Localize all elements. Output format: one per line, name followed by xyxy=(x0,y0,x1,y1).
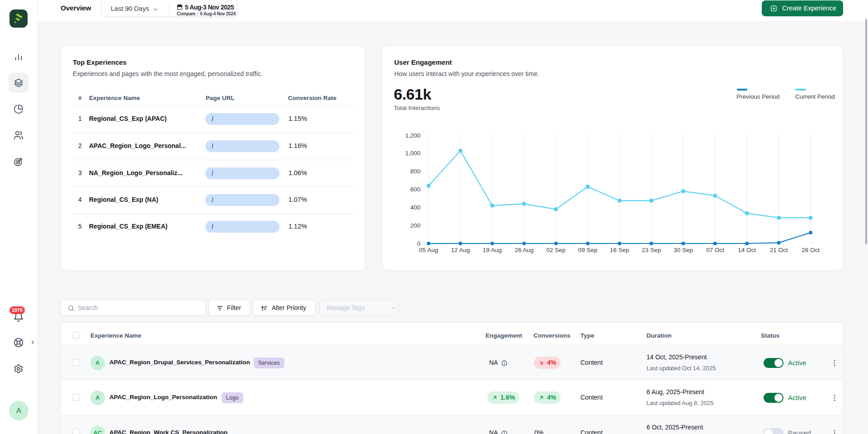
svg-text:800: 800 xyxy=(410,168,420,175)
svg-text:1,200: 1,200 xyxy=(405,132,420,139)
svg-text:30 Sep: 30 Sep xyxy=(674,247,693,253)
svg-text:21 Oct: 21 Oct xyxy=(770,247,788,253)
svg-text:09 Sep: 09 Sep xyxy=(578,247,598,253)
svg-text:14 Oct: 14 Oct xyxy=(738,247,756,253)
svg-text:07 Oct: 07 Oct xyxy=(706,247,724,253)
svg-text:12 Aug: 12 Aug xyxy=(451,247,470,253)
svg-text:28 Oct: 28 Oct xyxy=(802,247,820,253)
svg-text:16 Sep: 16 Sep xyxy=(610,247,629,253)
svg-text:05 Aug: 05 Aug xyxy=(419,247,438,253)
svg-text:23 Sep: 23 Sep xyxy=(642,247,661,253)
svg-text:26 Aug: 26 Aug xyxy=(514,247,533,253)
svg-text:19 Aug: 19 Aug xyxy=(483,247,502,253)
svg-text:200: 200 xyxy=(410,222,420,229)
svg-text:600: 600 xyxy=(410,186,420,193)
svg-text:0: 0 xyxy=(417,240,420,247)
svg-text:02 Sep: 02 Sep xyxy=(546,247,566,253)
svg-text:400: 400 xyxy=(410,204,420,211)
svg-text:1,000: 1,000 xyxy=(405,150,420,157)
